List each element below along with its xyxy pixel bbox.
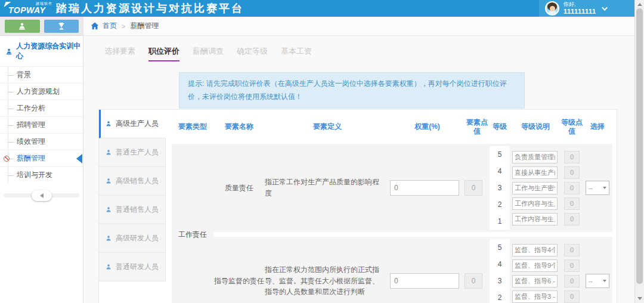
grade-points-value: 0 <box>564 197 580 210</box>
tab-salary-survey[interactable]: 薪酬调查 <box>193 46 224 61</box>
grade-select[interactable]: -- <box>586 181 609 195</box>
person-icon <box>105 120 112 128</box>
grade-level: 2 <box>490 289 510 303</box>
factor-type-cell: 工作责任 <box>172 144 213 303</box>
grade-description-input[interactable] <box>512 213 558 225</box>
position-tab-label: 高级销售人员 <box>116 176 159 186</box>
table-row: 质量责任 指正常工作对生产产品质量的影响程度 0 5 4 3 2 1 <box>213 144 612 232</box>
avatar-face <box>550 6 555 11</box>
logo-brand: TOPWAY <box>8 5 45 15</box>
factor-points-value: 0 <box>465 180 482 196</box>
grade-level: 2 <box>490 196 510 213</box>
factor-name: 质量责任 <box>213 183 265 193</box>
chevron-down-icon <box>603 280 606 282</box>
factor-definition: 指正常工作对生产产品质量的影响程度 <box>265 177 390 199</box>
grade-description-input[interactable] <box>512 197 558 210</box>
user-greeting: 你好, <box>564 1 596 8</box>
position-tab-label: 普通生产人员 <box>116 147 159 157</box>
scroll-down-arrow-icon[interactable] <box>637 297 642 300</box>
position-tab-general-production[interactable]: 普通生产人员 <box>99 138 166 167</box>
alert-icon <box>4 156 10 162</box>
position-tab-label: 高级生产人员 <box>116 119 159 129</box>
grade-description-input[interactable] <box>512 182 558 194</box>
position-tab-senior-rd[interactable]: 高级研发人员 <box>99 224 166 253</box>
column-header-grade: 等级 <box>490 122 510 131</box>
sidebar-item-hr-planning[interactable]: 人力资源规划 <box>0 83 83 100</box>
breadcrumb: 首页 > 薪酬管理 <box>83 17 634 36</box>
column-header-definition: 要素定义 <box>265 122 390 131</box>
chevron-down-icon[interactable] <box>602 5 608 11</box>
position-tab-list: 高级生产人员 普通生产人员 高级销售人员 普通销售人员 高级研发人员 普通研发人… <box>99 110 166 303</box>
weight-input[interactable] <box>390 273 459 289</box>
position-tab-label: 普通研发人员 <box>116 262 159 272</box>
column-header-select: 选择 <box>583 122 612 131</box>
grade-points-column: 0 0 0 0 0 <box>561 244 583 303</box>
tab-select-factors[interactable]: 选择要素 <box>104 46 135 61</box>
topway-logo: 踏瑞软件 TOPWAY <box>5 1 54 16</box>
top-header: 踏瑞软件 TOPWAY 踏瑞人力资源设计与对抗比赛平台 你好, 11111111… <box>0 0 634 17</box>
sidebar-item-label: 薪酬管理 <box>17 154 45 162</box>
grade-level: 5 <box>490 239 510 256</box>
grade-level: 4 <box>490 163 510 180</box>
grade-description-input[interactable] <box>512 259 558 272</box>
breadcrumb-current: 薪酬管理 <box>130 21 159 31</box>
sidebar-collapse-button[interactable] <box>32 190 52 201</box>
sidebar-item-performance[interactable]: 绩效管理 <box>0 133 83 150</box>
position-tab-senior-sales[interactable]: 高级销售人员 <box>99 167 166 196</box>
grade-description-input[interactable] <box>512 166 558 179</box>
training-mode-button[interactable] <box>5 20 40 33</box>
grade-description-input[interactable] <box>512 290 558 303</box>
grade-points-value: 0 <box>564 182 580 194</box>
position-tab-general-rd[interactable]: 普通研发人员 <box>99 253 166 282</box>
competition-mode-button[interactable] <box>44 20 79 33</box>
sidebar-center-title: 人力资源综合实训中心 <box>0 36 83 66</box>
grade-description-column <box>510 244 561 303</box>
column-header-weight: 权重(%) <box>390 122 465 131</box>
user-area[interactable]: 你好, 111111111 <box>539 0 634 17</box>
position-tab-senior-production[interactable]: 高级生产人员 <box>99 110 166 138</box>
main-content: 选择要素 职位评价 薪酬调查 确定等级 基本工资 提示: 请先完成职位评价表（在… <box>83 36 634 303</box>
table-row: 指导监督的责任 指在正常权力范围内所执行的正式指导、监督。其责任大小根据所监督、… <box>213 237 612 303</box>
sidebar-item-recruitment[interactable]: 招聘管理 <box>0 116 83 133</box>
grade-description-column <box>510 151 561 225</box>
person-icon <box>5 48 13 55</box>
scroll-up-arrow-icon[interactable] <box>637 3 642 6</box>
hint-message: 提示: 请先完成职位评价表（在高级生产人员这一岗位中选择各要素权重），再对每个岗… <box>179 72 525 109</box>
grade-level-column: 5 4 3 2 1 <box>490 239 510 303</box>
breadcrumb-separator: > <box>122 23 125 30</box>
sidebar-item-training[interactable]: 培训与开发 <box>0 166 83 183</box>
weight-input[interactable] <box>390 180 459 196</box>
user-avatar[interactable] <box>545 1 559 16</box>
grade-description-input[interactable] <box>512 151 558 163</box>
grade-points-value: 0 <box>564 166 580 179</box>
grade-points-value: 0 <box>564 151 580 163</box>
trophy-icon <box>57 22 66 30</box>
grade-level-column: 5 4 3 2 1 <box>490 146 510 230</box>
tab-position-evaluation[interactable]: 职位评价 <box>148 46 179 61</box>
grade-select[interactable]: -- <box>586 274 609 288</box>
scrollbar-thumb[interactable] <box>636 8 643 284</box>
grade-description-input[interactable] <box>512 275 558 287</box>
position-tab-general-sales[interactable]: 普通销售人员 <box>99 196 166 224</box>
chevron-down-icon <box>603 187 606 189</box>
tab-determine-grade[interactable]: 确定等级 <box>237 46 268 61</box>
evaluation-table: 要素类型 要素名称 要素定义 权重(%) 要素点值 等级 等级说明 等级点值 选… <box>166 110 617 303</box>
person-icon <box>105 264 112 271</box>
vertical-scrollbar[interactable] <box>634 0 644 303</box>
position-tab-label: 高级研发人员 <box>116 233 159 243</box>
sidebar-item-compensation[interactable]: 薪酬管理 <box>0 150 83 166</box>
grade-points-value: 0 <box>564 213 580 225</box>
grade-level: 3 <box>490 180 510 196</box>
breadcrumb-home-link[interactable]: 首页 <box>103 21 117 31</box>
home-icon[interactable] <box>91 22 99 30</box>
grade-points-column: 0 0 0 0 0 <box>561 151 583 225</box>
tab-base-salary[interactable]: 基本工资 <box>281 46 312 61</box>
grade-description-input[interactable] <box>512 244 558 256</box>
sidebar-item-background[interactable]: 背景 <box>0 66 83 83</box>
grade-points-value: 0 <box>564 275 580 287</box>
person-icon <box>105 178 112 185</box>
sidebar-item-job-analysis[interactable]: 工作分析 <box>0 100 83 116</box>
person-icon <box>105 235 112 242</box>
column-header-factor-points: 要素点值 <box>465 118 490 136</box>
grade-select-value: -- <box>589 278 593 285</box>
